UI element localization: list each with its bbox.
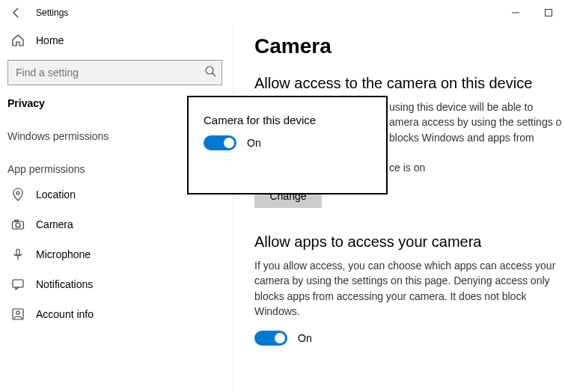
svg-point-12 — [16, 311, 19, 314]
location-icon — [10, 187, 25, 202]
sidebar: Home Privacy Windows permissions App per… — [0, 25, 233, 392]
sidebar-item-camera[interactable]: Camera — [7, 209, 222, 239]
sidebar-item-label: Camera — [36, 218, 73, 230]
svg-point-4 — [16, 192, 19, 195]
svg-point-2 — [206, 67, 213, 74]
window-controls — [499, 2, 565, 23]
app-title: Settings — [36, 7, 68, 18]
sidebar-item-label: Notifications — [36, 278, 93, 290]
sidebar-item-label: Home — [36, 34, 64, 46]
svg-rect-1 — [546, 10, 552, 16]
svg-rect-10 — [13, 280, 23, 287]
svg-rect-8 — [16, 249, 19, 255]
camera-icon — [10, 217, 25, 232]
search-icon — [204, 65, 216, 77]
sidebar-item-label: Account info — [36, 308, 94, 320]
popup-title: Camera for this device — [204, 114, 371, 126]
svg-line-3 — [213, 73, 216, 76]
sidebar-item-label: Microphone — [36, 248, 91, 260]
apps-access-toggle-row: On — [254, 331, 565, 346]
apps-access-toggle-label: On — [298, 332, 312, 344]
search-input[interactable] — [7, 60, 222, 85]
sidebar-item-label: Location — [36, 189, 76, 200]
microphone-icon — [10, 247, 25, 262]
svg-point-6 — [16, 223, 20, 227]
back-icon[interactable] — [6, 2, 27, 23]
main-content: Camera Allow access to the camera on thi… — [233, 25, 565, 392]
search-wrap — [7, 60, 222, 85]
section1-title: Allow access to the camera on this devic… — [254, 75, 565, 92]
sidebar-item-notifications[interactable]: Notifications — [7, 269, 222, 299]
notifications-icon — [10, 277, 25, 292]
apps-access-toggle[interactable] — [254, 331, 287, 346]
maximize-icon[interactable] — [532, 2, 565, 23]
device-camera-toggle-label: On — [247, 137, 261, 149]
sidebar-item-microphone[interactable]: Microphone — [7, 239, 222, 269]
sidebar-item-home[interactable]: Home — [7, 25, 222, 55]
home-icon — [10, 33, 25, 48]
minimize-icon[interactable] — [499, 2, 532, 23]
svg-rect-7 — [15, 220, 18, 221]
sidebar-item-account-info[interactable]: Account info — [7, 299, 222, 329]
titlebar: Settings — [0, 0, 565, 25]
section2-body: If you allow access, you can choose whic… — [254, 258, 565, 319]
page-title: Camera — [254, 34, 565, 58]
popup-toggle-row: On — [204, 135, 371, 150]
device-camera-toggle[interactable] — [204, 135, 236, 150]
section2-title: Allow apps to access your camera — [254, 233, 565, 251]
account-info-icon — [10, 307, 25, 322]
camera-device-popup: Camera for this device On — [187, 96, 388, 195]
